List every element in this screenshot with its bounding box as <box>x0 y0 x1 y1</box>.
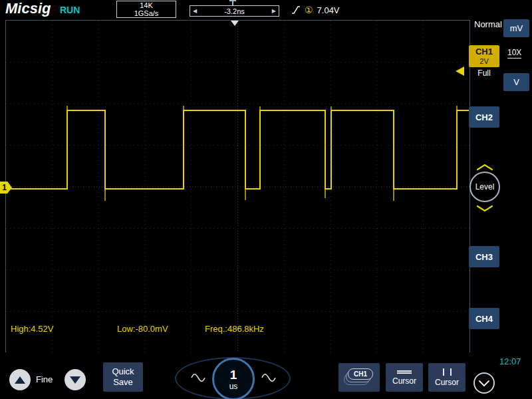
chevron-down-icon <box>478 380 490 387</box>
trigger-position-right-arrow-icon[interactable]: ▶ <box>272 8 276 14</box>
waveform-plot <box>6 21 469 353</box>
timebase-value: 1 <box>230 368 237 381</box>
memory-depth: 14K <box>140 1 153 9</box>
channel-layers-icon: CH1 <box>344 368 376 386</box>
ch1-scale: 2V <box>479 57 488 66</box>
brand-logo: Micsig <box>5 0 51 17</box>
trigger-position-handle-icon[interactable] <box>229 0 237 5</box>
timebase-unit: us <box>229 382 238 390</box>
quick-save-label-line2: Save <box>113 377 133 388</box>
quick-save-button[interactable]: Quick Save <box>103 362 143 392</box>
down-triangle-icon <box>70 376 80 384</box>
probe-attenuation-label[interactable]: 10X <box>507 48 521 59</box>
trigger-source-badge: ① <box>305 5 313 15</box>
horizontal-cursor-button[interactable]: Cursor <box>386 363 423 392</box>
up-triangle-icon <box>15 376 25 384</box>
trigger-info[interactable]: ① 7.04V <box>291 3 340 17</box>
ch1-label: CH1 <box>475 47 493 57</box>
clock: 12:07 <box>499 356 521 366</box>
ch4-button[interactable]: CH4 <box>469 308 499 329</box>
mv-button[interactable]: mV <box>503 19 529 37</box>
acquisition-info-box[interactable]: 14K 1GSa/s <box>116 1 176 18</box>
channel-select-button[interactable]: CH1 <box>338 363 380 392</box>
quick-save-label-line1: Quick <box>112 366 134 377</box>
measurement-high: High:4.52V <box>11 324 53 334</box>
trigger-level-arrow[interactable] <box>456 66 464 76</box>
sine-right-icon[interactable] <box>261 372 277 383</box>
rising-edge-icon <box>291 5 301 15</box>
level-down-chevron-icon[interactable] <box>476 205 493 212</box>
trigger-position-value: -3.2ns <box>224 7 245 15</box>
bandwidth-label: Full <box>469 68 499 78</box>
trigger-position-left-arrow-icon[interactable]: ◀ <box>193 8 197 14</box>
vertical-cursor-button[interactable]: Cursor <box>428 363 466 392</box>
v-button[interactable]: V <box>503 73 529 91</box>
collapse-menu-button[interactable] <box>473 372 495 394</box>
run-status[interactable]: RUN <box>60 5 80 15</box>
level-knob[interactable]: Level <box>469 172 500 202</box>
level-up-chevron-icon[interactable] <box>476 164 493 171</box>
fine-up-button[interactable] <box>9 369 31 390</box>
horizontal-cursor-label: Cursor <box>392 376 416 386</box>
trigger-position-box[interactable]: ◀ -3.2ns ▶ <box>190 5 279 17</box>
fine-label: Fine <box>36 374 53 384</box>
vertical-cursor-icon <box>443 368 452 376</box>
ch3-button[interactable]: CH3 <box>469 246 499 267</box>
trigger-level-value: 7.04V <box>317 5 340 15</box>
ch1-button[interactable]: CH1 2V <box>469 45 499 67</box>
sample-rate: 1GSa/s <box>134 9 159 17</box>
bottom-control-bar: Fine Quick Save 1 us CH1 Cursor <box>0 352 532 399</box>
trigger-mode-label[interactable]: Normal <box>474 19 502 29</box>
channel-layers-label: CH1 <box>348 368 373 380</box>
top-status-bar: Micsig RUN 14K 1GSa/s ◀ -3.2ns ▶ ① 7.04V <box>0 0 532 20</box>
graticule <box>6 21 469 353</box>
fine-down-button[interactable] <box>65 369 86 390</box>
timebase-button[interactable]: 1 us <box>212 358 255 399</box>
horizontal-cursor-icon <box>397 370 412 374</box>
measurement-low: Low:-80.0mV <box>117 324 168 334</box>
oscilloscope-screen: Micsig RUN 14K 1GSa/s ◀ -3.2ns ▶ ① 7.04V… <box>0 0 532 399</box>
sine-left-icon[interactable] <box>190 372 206 383</box>
measurement-freq: Freq.:486.8kHz <box>205 324 264 334</box>
waveform-display[interactable] <box>5 20 470 354</box>
ch2-button[interactable]: CH2 <box>469 106 499 128</box>
vertical-cursor-label: Cursor <box>435 378 459 387</box>
